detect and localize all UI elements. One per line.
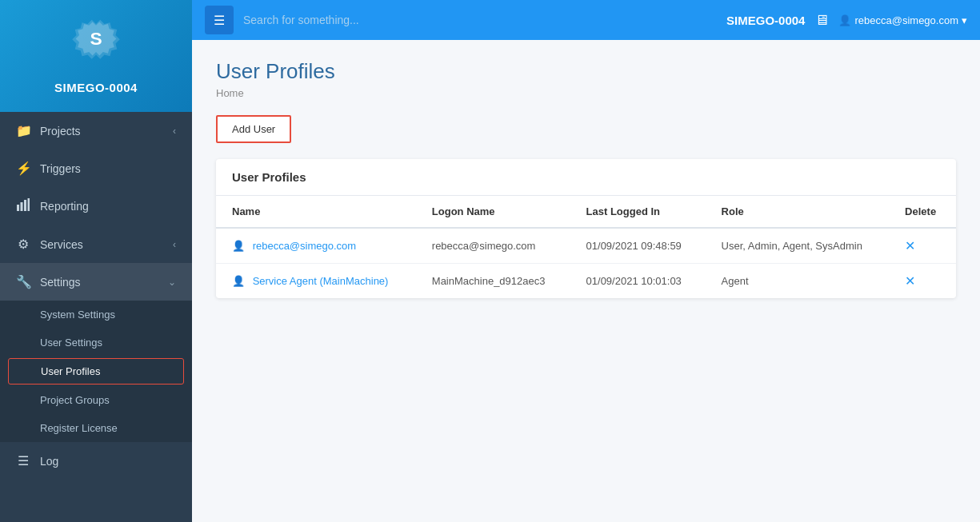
brand-logo: S	[68, 18, 124, 74]
svg-text:S: S	[90, 28, 102, 49]
user-email: rebecca@simego.com	[854, 14, 958, 26]
user-name-link[interactable]: Service Agent (MainMachine)	[253, 275, 389, 287]
delete-cell: ✕	[889, 228, 956, 264]
delete-cell: ✕	[889, 264, 956, 299]
breadcrumb: Home	[216, 87, 956, 99]
topbar-right: 🖥 👤 rebecca@simego.com ▾	[814, 12, 967, 29]
table-row: 👤 Service Agent (MainMachine) MainMachin…	[216, 264, 956, 299]
user-profiles-card: User Profiles Name Logon Name Last Logge…	[216, 159, 956, 298]
services-arrow-icon: ‹	[173, 239, 176, 250]
sidebar-item-user-profiles[interactable]: User Profiles	[8, 358, 184, 385]
notifications-icon[interactable]: 🖥	[814, 12, 829, 29]
sidebar-label-log: Log	[40, 455, 176, 468]
col-logon-name: Logon Name	[416, 196, 570, 228]
svg-rect-1	[17, 205, 19, 211]
user-avatar-icon: 👤	[838, 14, 851, 26]
main-area: ☰ SIMEGO-0004 🖥 👤 rebecca@simego.com ▾ U…	[192, 0, 980, 522]
user-dropdown-icon: ▾	[962, 14, 967, 26]
sidebar-item-user-settings[interactable]: User Settings	[0, 329, 192, 357]
table-row: 👤 rebecca@simego.com rebecca@simego.com …	[216, 228, 956, 264]
user-name-link[interactable]: rebecca@simego.com	[253, 240, 357, 252]
brand-title: SIMEGO-0004	[54, 81, 138, 94]
col-role: Role	[706, 196, 890, 228]
sidebar-navigation: 📁 Projects ‹ ⚡ Triggers Reporting ⚙ Serv…	[0, 112, 192, 522]
hamburger-icon: ☰	[214, 13, 225, 28]
log-icon: ☰	[16, 453, 30, 468]
user-name-cell: 👤 Service Agent (MainMachine)	[216, 264, 416, 299]
settings-arrow-icon: ⌄	[168, 277, 176, 288]
menu-toggle-button[interactable]: ☰	[205, 6, 234, 34]
user-name-cell: 👤 rebecca@simego.com	[216, 228, 416, 264]
add-user-button[interactable]: Add User	[216, 115, 291, 143]
last-logged-in-cell: 01/09/2021 10:01:03	[570, 264, 706, 299]
role-cell: Agent	[706, 264, 890, 299]
sidebar: S SIMEGO-0004 📁 Projects ‹ ⚡ Triggers Re…	[0, 0, 192, 522]
user-icon: 👤	[232, 240, 245, 252]
sidebar-item-services[interactable]: ⚙ Services ‹	[0, 225, 192, 263]
page-title: User Profiles	[216, 59, 956, 84]
svg-rect-4	[28, 198, 30, 211]
table-body: 👤 rebecca@simego.com rebecca@simego.com …	[216, 228, 956, 298]
table-card-header: User Profiles	[216, 159, 956, 196]
table-header: Name Logon Name Last Logged In Role Dele…	[216, 196, 956, 228]
user-icon: 👤	[232, 275, 245, 287]
role-cell: User, Admin, Agent, SysAdmin	[706, 228, 890, 264]
delete-button[interactable]: ✕	[905, 274, 915, 288]
sidebar-item-settings[interactable]: 🔧 Settings ⌄	[0, 263, 192, 301]
search-input[interactable]	[243, 14, 717, 26]
sidebar-brand: S SIMEGO-0004	[0, 0, 192, 112]
sidebar-label-reporting: Reporting	[40, 200, 176, 213]
sidebar-item-reporting[interactable]: Reporting	[0, 187, 192, 225]
col-delete: Delete	[889, 196, 956, 228]
logon-name-cell: MainMachine_d912aec3	[416, 264, 570, 299]
col-last-logged-in: Last Logged In	[570, 196, 706, 228]
col-name: Name	[216, 196, 416, 228]
settings-submenu: System Settings User Settings User Profi…	[0, 301, 192, 442]
logon-name-cell: rebecca@simego.com	[416, 228, 570, 264]
sidebar-item-triggers[interactable]: ⚡ Triggers	[0, 149, 192, 187]
last-logged-in-cell: 01/09/2021 09:48:59	[570, 228, 706, 264]
sidebar-label-projects: Projects	[40, 125, 173, 137]
sidebar-item-project-groups[interactable]: Project Groups	[0, 386, 192, 414]
services-icon: ⚙	[16, 237, 30, 252]
sidebar-label-services: Services	[40, 238, 173, 251]
topbar: ☰ SIMEGO-0004 🖥 👤 rebecca@simego.com ▾	[192, 0, 980, 40]
breadcrumb-home[interactable]: Home	[216, 87, 244, 99]
projects-icon: 📁	[16, 123, 30, 138]
triggers-icon: ⚡	[16, 161, 30, 176]
sidebar-item-log[interactable]: ☰ Log	[0, 442, 192, 480]
svg-rect-2	[21, 202, 23, 211]
settings-icon: 🔧	[16, 274, 30, 289]
user-menu[interactable]: 👤 rebecca@simego.com ▾	[838, 14, 967, 26]
reporting-icon	[16, 198, 30, 214]
sidebar-item-system-settings[interactable]: System Settings	[0, 301, 192, 329]
delete-button[interactable]: ✕	[905, 239, 915, 253]
sidebar-label-triggers: Triggers	[40, 162, 176, 175]
sidebar-label-settings: Settings	[40, 276, 168, 289]
topbar-site-name: SIMEGO-0004	[726, 14, 805, 27]
content-area: User Profiles Home Add User User Profile…	[192, 40, 980, 522]
sidebar-item-projects[interactable]: 📁 Projects ‹	[0, 112, 192, 149]
projects-arrow-icon: ‹	[173, 126, 176, 137]
sidebar-item-register-license[interactable]: Register License	[0, 414, 192, 442]
svg-rect-3	[24, 200, 26, 211]
user-profiles-table: Name Logon Name Last Logged In Role Dele…	[216, 196, 956, 298]
